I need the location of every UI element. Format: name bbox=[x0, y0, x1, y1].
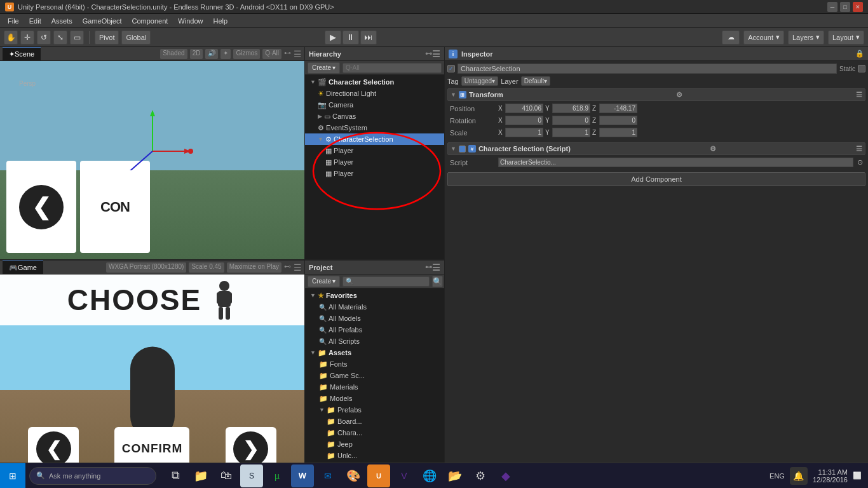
menu-gameobject[interactable]: GameObject bbox=[78, 16, 127, 26]
menu-component[interactable]: Component bbox=[126, 16, 173, 26]
global-button[interactable]: Global bbox=[121, 30, 151, 44]
maximize-button[interactable]: □ bbox=[840, 2, 850, 12]
scene-menu-icon[interactable]: ☰ bbox=[294, 49, 302, 59]
scene-fx-btn[interactable]: ✦ bbox=[220, 49, 231, 59]
script-search-icon[interactable]: ⊙ bbox=[857, 158, 863, 166]
project-item-all-materials[interactable]: 🔍 All Materials bbox=[305, 301, 444, 313]
close-button[interactable]: ✕ bbox=[853, 2, 863, 12]
project-item-all-prefabs[interactable]: 🔍 All Prefabs bbox=[305, 324, 444, 336]
pivot-button[interactable]: Pivot bbox=[95, 30, 119, 44]
layout-dropdown[interactable]: Layout ▾ bbox=[828, 30, 864, 44]
taskbar-app-steam[interactable]: S bbox=[240, 464, 263, 487]
project-item-unlc[interactable]: 📁 Unlc... bbox=[305, 450, 444, 461]
rot-y-input[interactable] bbox=[552, 116, 590, 125]
project-create-btn[interactable]: Create ▾ bbox=[308, 276, 340, 287]
pos-z-input[interactable] bbox=[599, 104, 637, 113]
game-menu-icon[interactable]: ☰ bbox=[294, 262, 302, 273]
script-active-checkbox[interactable] bbox=[459, 146, 466, 152]
tab-scene[interactable]: ✦ Scene bbox=[3, 47, 41, 60]
scale-z-input[interactable] bbox=[599, 128, 637, 137]
rot-z-input[interactable] bbox=[599, 116, 637, 125]
transform-settings-icon[interactable]: ⚙ bbox=[676, 91, 682, 99]
menu-edit[interactable]: Edit bbox=[24, 16, 46, 26]
scene-pin-icon[interactable]: ⊷ bbox=[284, 49, 291, 59]
project-item-all-models[interactable]: 🔍 All Models bbox=[305, 313, 444, 324]
game-pin-icon[interactable]: ⊷ bbox=[284, 262, 291, 273]
go-active-checkbox[interactable] bbox=[447, 65, 455, 72]
project-search[interactable] bbox=[342, 276, 430, 287]
pause-button[interactable]: ⏸ bbox=[342, 30, 359, 44]
taskbar-app-store[interactable]: 🛍 bbox=[215, 464, 238, 487]
project-item-models[interactable]: 📁 Models bbox=[305, 393, 444, 404]
taskbar-app-explorer2[interactable]: 📂 bbox=[444, 464, 466, 487]
layers-dropdown[interactable]: Layers ▾ bbox=[788, 30, 824, 44]
maximize-btn[interactable]: Maximize on Play bbox=[227, 262, 281, 273]
taskbar-search[interactable]: 🔍 Ask me anything bbox=[29, 467, 156, 485]
script-menu-icon[interactable]: ☰ bbox=[856, 145, 862, 153]
hier-item-character-selection[interactable]: ▼ 🎬 Character Selection bbox=[305, 76, 444, 88]
taskbar-app-vs[interactable]: V bbox=[393, 464, 416, 487]
scene-audio-btn[interactable]: 🔊 bbox=[205, 49, 218, 59]
hier-item-player-2[interactable]: ▦ Player bbox=[305, 156, 444, 168]
project-item-materials[interactable]: 📁 Materials bbox=[305, 381, 444, 393]
rot-x-input[interactable] bbox=[505, 116, 543, 125]
script-value-field[interactable] bbox=[498, 158, 853, 167]
transform-menu-icon[interactable]: ☰ bbox=[856, 91, 862, 99]
inspector-lock-icon[interactable]: 🔒 bbox=[855, 50, 864, 58]
project-item-favorites[interactable]: ▼ ★ Favorites bbox=[305, 290, 444, 301]
move-tool[interactable]: ✛ bbox=[20, 30, 34, 44]
step-button[interactable]: ⏭ bbox=[360, 30, 377, 44]
hier-item-characterselection[interactable]: ▼ ⚙ CharacterSelection bbox=[305, 133, 444, 145]
tab-game[interactable]: 🎮 Game bbox=[3, 261, 43, 274]
hier-create-btn[interactable]: Create ▾ bbox=[308, 62, 340, 74]
hier-item-eventsystem[interactable]: ⚙ EventSystem bbox=[305, 122, 444, 133]
taskbar-app-paint[interactable]: 🎨 bbox=[342, 464, 365, 487]
taskbar-app-settings[interactable]: ⚙ bbox=[469, 464, 492, 487]
go-name-field[interactable] bbox=[458, 64, 837, 74]
pos-y-input[interactable] bbox=[552, 104, 590, 113]
rotate-tool[interactable]: ↺ bbox=[37, 30, 51, 44]
account-dropdown[interactable]: Account ▾ bbox=[743, 30, 784, 44]
project-pin-icon[interactable]: ⊷ bbox=[425, 263, 432, 271]
2d-btn[interactable]: 2D bbox=[190, 49, 203, 59]
project-item-assets[interactable]: ▼ 📁 Assets bbox=[305, 347, 444, 358]
hier-pin-icon[interactable]: ⊷ bbox=[425, 50, 432, 58]
taskbar-app-vs2[interactable]: ◆ bbox=[494, 464, 517, 487]
hier-item-canvas[interactable]: ▶ ▭ Canvas bbox=[305, 111, 444, 122]
menu-window[interactable]: Window bbox=[173, 16, 208, 26]
project-item-prefabs[interactable]: ▼ 📁 Prefabs bbox=[305, 404, 444, 416]
add-component-button[interactable]: Add Component bbox=[447, 172, 865, 186]
taskbar-app-taskview[interactable]: ⧉ bbox=[164, 464, 187, 487]
taskbar-notification[interactable]: 🔔 bbox=[790, 467, 808, 485]
menu-help[interactable]: Help bbox=[208, 16, 233, 26]
project-item-fonts[interactable]: 📁 Fonts bbox=[305, 358, 444, 370]
taskbar-app-mail[interactable]: ✉ bbox=[316, 464, 339, 487]
pos-x-input[interactable] bbox=[505, 104, 543, 113]
hier-item-camera[interactable]: 📷 Camera bbox=[305, 99, 444, 111]
scale-tool[interactable]: ⤡ bbox=[53, 30, 67, 44]
hierarchy-search[interactable] bbox=[342, 63, 442, 73]
minimize-button[interactable]: ─ bbox=[827, 2, 837, 12]
scale-x-input[interactable] bbox=[505, 128, 543, 137]
project-item-all-scripts[interactable]: 🔍 All Scripts bbox=[305, 336, 444, 347]
taskbar-action-center[interactable]: ⬜ bbox=[853, 471, 862, 480]
taskbar-app-utor[interactable]: µ bbox=[266, 464, 288, 487]
gizmos-btn[interactable]: Gizmos bbox=[233, 49, 260, 59]
shaded-btn[interactable]: Shaded bbox=[160, 49, 187, 59]
project-item-jeep[interactable]: 📁 Jeep bbox=[305, 438, 444, 450]
start-button[interactable]: ⊞ bbox=[0, 463, 25, 489]
hier-item-player-3[interactable]: ▦ Player bbox=[305, 168, 444, 179]
scene-search-btn[interactable]: Q·All bbox=[262, 49, 281, 59]
menu-file[interactable]: File bbox=[3, 16, 24, 26]
taskbar-app-chrome[interactable]: 🌐 bbox=[418, 464, 441, 487]
hier-item-player-1[interactable]: ▦ Player bbox=[305, 145, 444, 156]
cloud-button[interactable]: ☁ bbox=[722, 30, 740, 44]
scale-y-input[interactable] bbox=[552, 128, 590, 137]
layer-dropdown[interactable]: Default▾ bbox=[521, 76, 551, 86]
go-static-checkbox[interactable] bbox=[858, 65, 865, 72]
scale-btn[interactable]: Scale 0.45 bbox=[189, 262, 224, 273]
hand-tool[interactable]: ✋ bbox=[4, 30, 18, 44]
play-button[interactable]: ▶ bbox=[325, 30, 341, 44]
taskbar-app-word[interactable]: W bbox=[291, 464, 314, 487]
scene-viewport[interactable]: Persp ❮ bbox=[0, 61, 304, 259]
